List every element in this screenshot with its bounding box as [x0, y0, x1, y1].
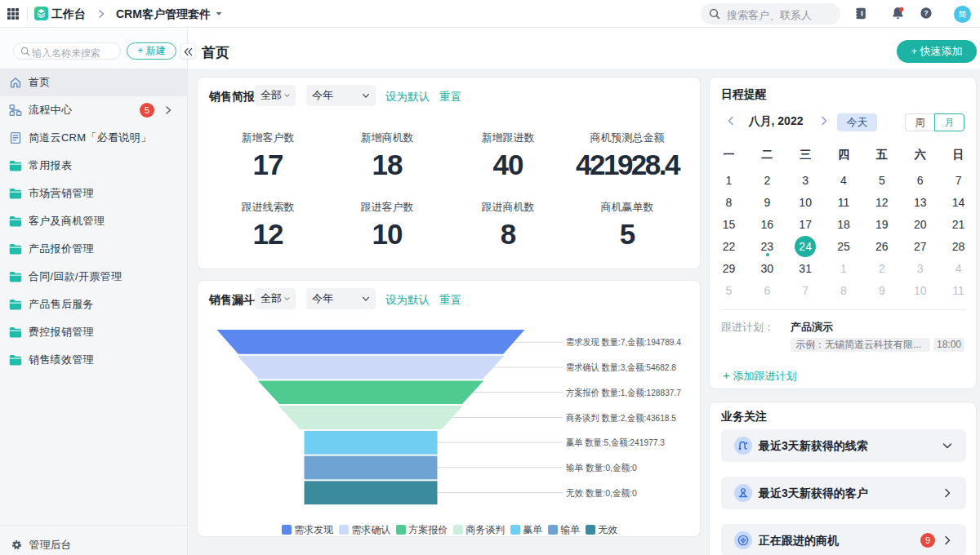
svg-text:?: ? [924, 9, 928, 17]
svg-text:输单 数量:0,金额:0: 输单 数量:0,金额:0 [566, 463, 637, 473]
svg-text:无效 数量:0,金额:0: 无效 数量:0,金额:0 [566, 488, 637, 498]
svg-text:商务谈判 数量:2,金额:43618.5: 商务谈判 数量:2,金额:43618.5 [566, 413, 676, 423]
svg-text:赢单 数量:5,金额:241977.3: 赢单 数量:5,金额:241977.3 [566, 437, 665, 447]
svg-text:需求发现 数量:7,金额:194789.4: 需求发现 数量:7,金额:194789.4 [566, 337, 682, 347]
svg-text:需求确认 数量:3,金额:54682.8: 需求确认 数量:3,金额:54682.8 [566, 362, 676, 372]
svg-text:方案报价 数量:1,金额:128837.7: 方案报价 数量:1,金额:128837.7 [566, 388, 681, 397]
